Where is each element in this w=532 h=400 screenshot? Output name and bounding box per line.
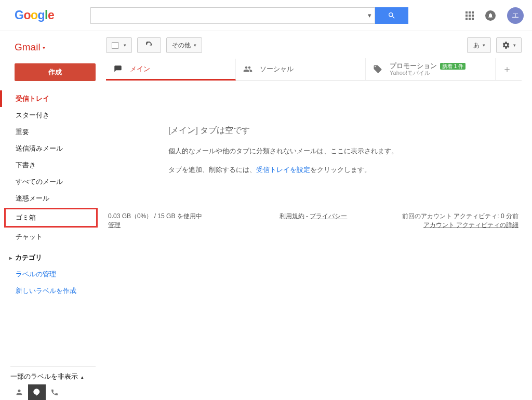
sidebar-categories[interactable]: カテゴリ [0, 249, 102, 266]
sidebar-item-drafts[interactable]: 下書き [0, 157, 102, 174]
top-bar: Google ▾ エ [0, 0, 532, 31]
new-badge: 新着 1 件 [440, 63, 466, 70]
refresh-button[interactable] [137, 37, 161, 53]
tab-primary[interactable]: メイン [106, 59, 236, 81]
inbox-icon [113, 64, 123, 74]
sidebar-item-spam[interactable]: 迷惑メール [0, 190, 102, 207]
storage-manage-link[interactable]: 管理 [108, 221, 121, 229]
more-button[interactable]: その他▾ [166, 37, 202, 53]
sidebar-footer-icons [10, 384, 63, 400]
tab-promotions[interactable]: プロモーション新着 1 件 Yahoo!モバイル [366, 58, 496, 80]
empty-title: [メイン] タブは空です [168, 125, 522, 136]
sidebar-item-inbox[interactable]: 受信トレイ [0, 90, 102, 107]
sidebar-item-starred[interactable]: スター付き [0, 107, 102, 124]
tag-icon [373, 64, 382, 74]
privacy-link[interactable]: プライバシー [310, 212, 347, 220]
tab-social-label: ソーシャル [260, 64, 294, 74]
tab-social[interactable]: ソーシャル [236, 58, 366, 80]
search-icon [388, 11, 396, 20]
checkbox-icon [112, 42, 118, 49]
sidebar-item-important[interactable]: 重要 [0, 124, 102, 140]
activity-details-link[interactable]: アカウント アクティビティの詳細 [423, 221, 518, 229]
search-wrap: ▾ [90, 7, 408, 24]
search-box: ▾ [90, 7, 375, 24]
sidebar-item-sent[interactable]: 送信済みメール [0, 140, 102, 157]
empty-state: [メイン] タブは空です 個人的なメールや他のタブに分類されないメールは、ここに… [106, 81, 522, 175]
compose-button[interactable]: 作成 [15, 63, 96, 81]
google-logo[interactable]: Google [15, 8, 54, 22]
input-tools-button[interactable]: あ▾ [467, 37, 491, 53]
sidebar-toggle-labels[interactable]: 一部のラベルを非表示 [10, 366, 96, 381]
inbox-settings-link[interactable]: 受信トレイを設定 [256, 166, 310, 174]
refresh-icon [145, 42, 153, 49]
sidebar-item-chat[interactable]: チャット [0, 229, 102, 245]
select-all-button[interactable]: ▾ [106, 37, 132, 53]
gear-icon [502, 41, 510, 49]
category-tabs: メイン ソーシャル プロモーション新着 1 件 Yahoo!モバイル ＋ [106, 58, 522, 81]
sidebar-item-allmail[interactable]: すべてのメール [0, 174, 102, 190]
sidebar: Gmail▾ 作成 受信トレイ スター付き 重要 送信済みメール 下書き すべて… [0, 31, 102, 400]
sidebar-item-trash[interactable]: ゴミ箱 [4, 208, 98, 228]
footer-legal: 利用規約 - プライバシー [245, 212, 381, 230]
main-content: ▾ その他▾ あ▾ ▾ メイン ソーシャル プロモーション新着 1 件 Yaho… [102, 31, 532, 400]
empty-line2: タブを追加、削除するには、受信トレイを設定をクリックします。 [168, 165, 522, 175]
settings-button[interactable]: ▾ [496, 37, 522, 53]
hangouts-icon[interactable] [28, 384, 46, 400]
footer-activity: 前回のアカウント アクティビティ: 0 分前 アカウント アクティビティの詳細 [382, 212, 518, 230]
sidebar-new-label[interactable]: 新しいラベルを作成 [0, 283, 102, 299]
toolbar: ▾ その他▾ あ▾ ▾ [106, 37, 522, 53]
top-right: エ [466, 7, 524, 24]
notifications-icon[interactable] [485, 10, 496, 21]
sidebar-manage-labels[interactable]: ラベルの管理 [0, 266, 102, 283]
tab-primary-label: メイン [130, 64, 150, 74]
search-options-dropdown[interactable]: ▾ [364, 11, 375, 19]
contacts-icon[interactable] [10, 384, 28, 400]
terms-link[interactable]: 利用規約 [280, 212, 304, 220]
search-button[interactable] [375, 7, 408, 24]
search-input[interactable] [91, 8, 364, 23]
footer: 0.03 GB（0%） / 15 GB を使用中 管理 利用規約 - プライバシ… [106, 207, 522, 230]
tab-promo-text: プロモーション新着 1 件 Yahoo!モバイル [390, 62, 466, 77]
account-avatar[interactable]: エ [507, 7, 524, 24]
tab-add[interactable]: ＋ [496, 58, 518, 80]
apps-icon[interactable] [466, 11, 474, 20]
footer-storage: 0.03 GB（0%） / 15 GB を使用中 管理 [108, 212, 245, 230]
gmail-dropdown[interactable]: Gmail▾ [0, 42, 102, 53]
empty-line1: 個人的なメールや他のタブに分類されないメールは、ここに表示されます。 [168, 146, 522, 156]
people-icon [243, 64, 252, 74]
phone-icon[interactable] [46, 384, 63, 400]
